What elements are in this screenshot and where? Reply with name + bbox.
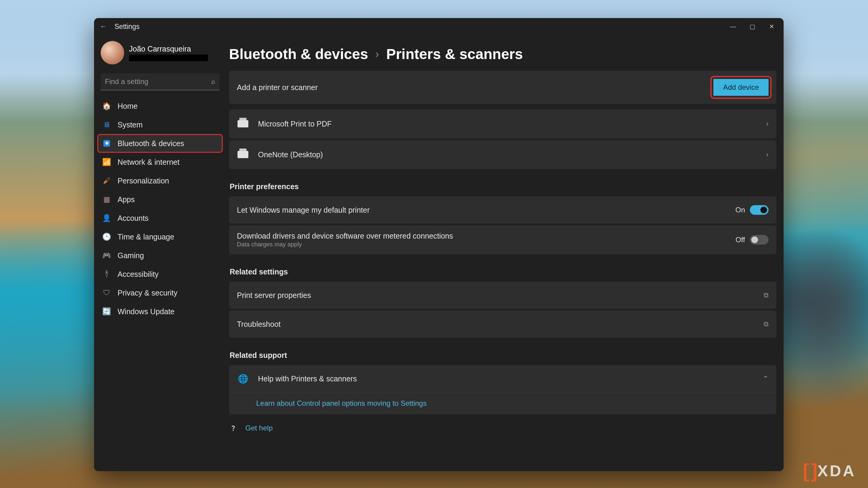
breadcrumb: Bluetooth & devices › Printers & scanner… <box>229 40 776 71</box>
back-button[interactable]: ← <box>100 23 112 30</box>
page-title: Printers & scanners <box>386 46 523 62</box>
settings-window: ← Settings — ▢ ✕ João Carrasqueira ⌕ 🏠Ho… <box>94 18 784 471</box>
sidebar-item-personalization[interactable]: 🖌Personalization <box>98 172 222 190</box>
add-device-button[interactable]: Add device <box>713 79 769 96</box>
sidebar-item-label: Network & internet <box>118 158 180 167</box>
time-icon: 🕒 <box>102 232 112 241</box>
sidebar-item-accessibility[interactable]: 🕴Accessibility <box>98 265 222 283</box>
chevron-right-icon: › <box>766 120 769 128</box>
sidebar-item-home[interactable]: 🏠Home <box>98 97 222 115</box>
sidebar-item-network[interactable]: 📶Network & internet <box>98 153 222 171</box>
bottom-links: ❔ Get help <box>229 416 776 435</box>
xda-watermark: [ ] XDA <box>803 460 856 482</box>
titlebar: ← Settings — ▢ ✕ <box>94 18 784 35</box>
sidebar-nav: 🏠Home🖥System✱Bluetooth & devices📶Network… <box>98 97 222 321</box>
pref-manage-default: Let Windows manage my default printer On <box>229 196 776 224</box>
search-icon: ⌕ <box>211 78 215 86</box>
gaming-icon: 🎮 <box>102 251 112 260</box>
sidebar-item-system[interactable]: 🖥System <box>98 116 222 134</box>
sidebar-item-bluetooth[interactable]: ✱Bluetooth & devices <box>98 134 222 153</box>
breadcrumb-parent[interactable]: Bluetooth & devices <box>229 46 368 62</box>
bluetooth-icon: ✱ <box>102 138 112 148</box>
toggle-state-label: On <box>735 206 745 214</box>
support-learn-link[interactable]: Learn about Control panel options moving… <box>256 399 427 407</box>
privacy-icon: 🛡 <box>102 288 112 298</box>
sidebar-item-label: Privacy & security <box>118 289 178 297</box>
sidebar-item-accounts[interactable]: 👤Accounts <box>98 209 222 227</box>
sidebar-item-gaming[interactable]: 🎮Gaming <box>98 247 222 264</box>
maximize-button[interactable]: ▢ <box>743 21 762 32</box>
help-icon: ❔ <box>230 425 239 431</box>
sidebar-item-label: Windows Update <box>118 307 175 316</box>
toggle-metered[interactable] <box>750 235 769 245</box>
system-icon: 🖥 <box>102 120 112 130</box>
sidebar-item-label: Apps <box>118 195 135 204</box>
get-help-link[interactable]: Get help <box>245 424 273 432</box>
pref-metered: Download drivers and device software ove… <box>229 225 776 254</box>
close-button[interactable]: ✕ <box>762 21 781 32</box>
sidebar-item-time[interactable]: 🕒Time & language <box>98 228 222 246</box>
related-troubleshoot[interactable]: Troubleshoot ⧉ <box>229 311 776 338</box>
printer-list: Microsoft Print to PDF › OneNote (Deskto… <box>229 109 776 169</box>
chevron-up-icon: ⌃ <box>763 375 769 383</box>
toggle-manage-default[interactable] <box>750 205 769 215</box>
chevron-right-icon: › <box>766 150 769 159</box>
content-area[interactable]: Bluetooth & devices › Printers & scanner… <box>227 35 784 471</box>
sidebar-item-label: Accounts <box>118 214 149 223</box>
sidebar-item-label: Gaming <box>118 251 144 260</box>
related-print-server[interactable]: Print server properties ⧉ <box>229 282 776 309</box>
profile-email-redacted <box>129 55 208 61</box>
home-icon: 🏠 <box>102 101 112 111</box>
search-input-container[interactable]: ⌕ <box>101 73 219 90</box>
support-help-row[interactable]: 🌐 Help with Printers & scanners ⌃ <box>229 365 776 392</box>
accounts-icon: 👤 <box>102 213 112 223</box>
sidebar-item-label: Personalization <box>118 176 169 185</box>
toggle-state-label: Off <box>735 235 745 244</box>
sidebar-item-update[interactable]: 🔄Windows Update <box>98 302 222 321</box>
profile-name: João Carrasqueira <box>129 44 208 53</box>
add-device-label: Add a printer or scanner <box>237 83 713 92</box>
avatar <box>101 41 124 64</box>
sidebar-item-label: Bluetooth & devices <box>118 139 184 148</box>
sidebar: João Carrasqueira ⌕ 🏠Home🖥System✱Bluetoo… <box>94 35 227 471</box>
external-link-icon: ⧉ <box>764 291 769 299</box>
section-related-support: Related support <box>229 339 776 365</box>
printer-icon <box>237 150 249 159</box>
sidebar-item-label: Time & language <box>118 233 174 241</box>
window-title: Settings <box>115 23 140 31</box>
section-printer-prefs: Printer preferences <box>229 171 776 196</box>
globe-icon: 🌐 <box>237 374 249 384</box>
personalization-icon: 🖌 <box>102 176 112 186</box>
minimize-button[interactable]: — <box>723 21 743 32</box>
chevron-right-icon: › <box>375 48 379 61</box>
sidebar-item-apps[interactable]: ▦Apps <box>98 190 222 208</box>
sidebar-item-label: System <box>118 121 143 129</box>
support-help-card: 🌐 Help with Printers & scanners ⌃ Learn … <box>229 365 776 414</box>
printer-icon <box>237 119 249 129</box>
sidebar-item-label: Accessibility <box>118 270 158 279</box>
apps-icon: ▦ <box>102 195 112 204</box>
external-link-icon: ⧉ <box>764 320 769 328</box>
search-input[interactable] <box>105 77 211 86</box>
printer-item[interactable]: Microsoft Print to PDF › <box>229 109 776 138</box>
sidebar-item-label: Home <box>118 102 138 110</box>
sidebar-item-privacy[interactable]: 🛡Privacy & security <box>98 284 222 302</box>
network-icon: 📶 <box>102 157 112 167</box>
update-icon: 🔄 <box>102 307 112 316</box>
section-related-settings: Related settings <box>229 256 776 282</box>
printer-item[interactable]: OneNote (Desktop) › <box>229 140 776 169</box>
accessibility-icon: 🕴 <box>102 269 112 279</box>
add-device-card: Add a printer or scanner Add device <box>229 71 776 104</box>
user-profile[interactable]: João Carrasqueira <box>98 39 222 69</box>
